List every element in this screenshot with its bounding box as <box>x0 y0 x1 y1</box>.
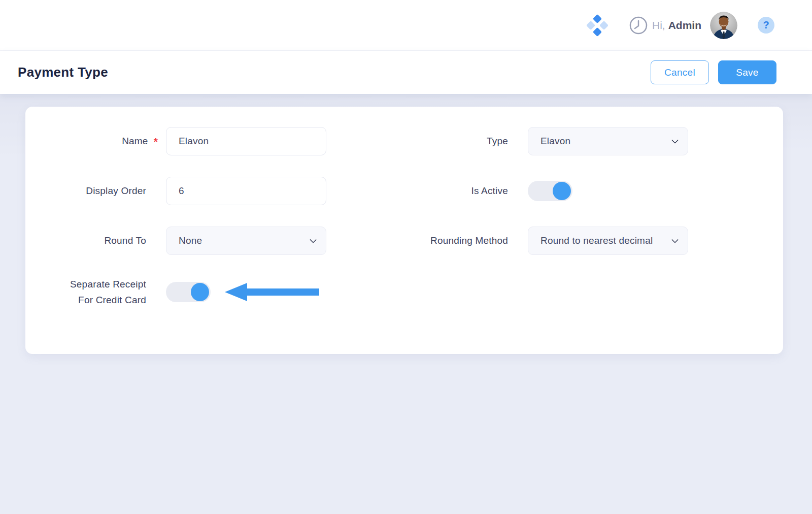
type-label: Type <box>326 133 528 149</box>
chevron-down-icon <box>671 136 679 143</box>
header-actions: Cancel Save <box>651 60 776 84</box>
is-active-toggle[interactable] <box>528 181 572 201</box>
display-order-field-cell <box>166 177 326 205</box>
chevron-down-icon <box>671 236 679 243</box>
annotation-arrow-icon <box>224 281 320 303</box>
display-order-input[interactable] <box>166 177 326 205</box>
is-active-cell <box>528 177 688 205</box>
greeting-prefix: Hi, <box>652 19 665 31</box>
save-button[interactable]: Save <box>718 60 776 84</box>
chevron-down-icon <box>310 236 317 243</box>
help-icon[interactable]: ? <box>758 17 774 34</box>
avatar[interactable] <box>710 12 737 39</box>
separate-receipt-label: Separate Receipt For Credit Card <box>25 276 166 308</box>
rounding-method-select[interactable]: Round to nearest decimal <box>528 227 688 255</box>
display-order-label: Display Order <box>25 183 166 199</box>
rounding-method-label: Rounding Method <box>326 233 528 248</box>
name-field-cell <box>166 127 326 155</box>
form-grid: Name * Type Elavon Display Order Is Acti… <box>25 127 783 308</box>
payment-type-form-card: Name * Type Elavon Display Order Is Acti… <box>25 107 783 354</box>
clock-icon[interactable] <box>629 16 648 35</box>
rounding-method-select-value: Round to nearest decimal <box>540 235 667 246</box>
round-to-label: Round To <box>25 233 166 248</box>
cancel-button[interactable]: Cancel <box>651 60 709 84</box>
is-active-label: Is Active <box>326 183 528 199</box>
apps-icon[interactable] <box>586 14 608 37</box>
separate-receipt-toggle[interactable] <box>166 282 211 302</box>
topbar: Hi,Admin ? <box>0 0 812 51</box>
toggle-knob <box>553 182 571 200</box>
separate-receipt-cell <box>166 278 326 306</box>
main-content: Name * Type Elavon Display Order Is Acti… <box>0 94 812 514</box>
name-label: Name * <box>25 133 166 149</box>
name-input[interactable] <box>166 127 326 155</box>
toggle-knob <box>191 283 209 301</box>
round-to-select-value: None <box>179 235 306 246</box>
page-title: Payment Type <box>18 65 108 80</box>
page-header: Payment Type Cancel Save <box>0 51 812 94</box>
greeting-name: Admin <box>668 19 701 31</box>
user-greeting: Hi,Admin <box>652 19 701 31</box>
type-select[interactable]: Elavon <box>528 127 688 155</box>
type-select-value: Elavon <box>540 136 667 147</box>
required-asterisk-icon: * <box>154 136 158 147</box>
round-to-select[interactable]: None <box>166 227 326 255</box>
